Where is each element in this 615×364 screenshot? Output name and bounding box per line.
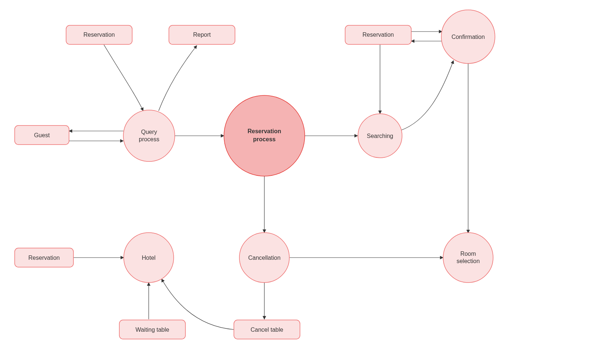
node-label: Reservation [362,32,394,38]
flow-diagram: Reservation Report Guest Query process R… [0,0,615,364]
node-label-line1: Reservation [247,128,281,134]
node-confirmation[interactable]: Confirmation [441,10,495,63]
svg-point-4 [224,95,305,176]
node-hotel[interactable]: Hotel [124,233,174,283]
node-label-line2: selection [456,258,480,264]
svg-point-9 [443,233,493,283]
node-label: Cancellation [248,255,281,261]
node-label-line1: Room [460,251,476,257]
node-label-line2: process [139,136,159,142]
node-label: Reservation [83,32,115,38]
node-searching[interactable]: Searching [358,114,402,158]
edge-reservation-to-query [104,45,143,111]
node-cancel-table[interactable]: Cancel table [234,320,300,339]
node-label: Reservation [28,255,59,261]
node-label: Cancel table [251,327,283,333]
edge-query-to-report [159,46,197,111]
node-reservation-top-left[interactable]: Reservation [66,25,132,44]
node-report[interactable]: Report [169,25,235,44]
node-label: Report [193,32,211,38]
node-label-line1: Query [141,129,157,135]
node-label: Hotel [142,255,155,261]
edge-searching-to-confirmation [401,61,453,130]
node-label: Guest [34,132,50,138]
svg-point-3 [123,110,175,161]
node-cancellation[interactable]: Cancellation [239,233,289,283]
node-label: Confirmation [452,34,485,40]
node-reservation-process[interactable]: Reservation process [224,95,305,176]
node-label: Waiting table [135,327,169,333]
node-room-selection[interactable]: Room selection [443,233,493,283]
node-waiting-table[interactable]: Waiting table [119,320,185,339]
node-label: Searching [367,133,393,139]
node-query-process[interactable]: Query process [123,110,175,161]
node-reservation-top-right[interactable]: Reservation [345,25,411,44]
node-guest[interactable]: Guest [15,125,69,145]
node-label-line2: process [253,136,275,142]
node-reservation-bottom-left[interactable]: Reservation [15,248,73,267]
